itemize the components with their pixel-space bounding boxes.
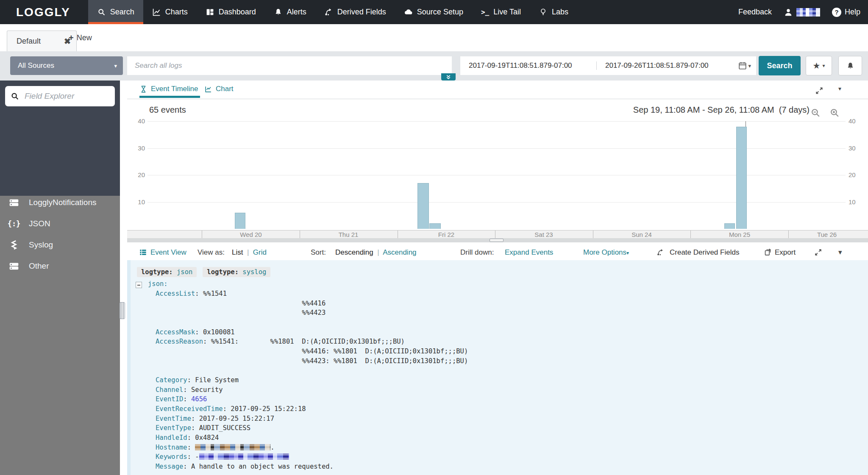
- logtype-tag-json[interactable]: logtype: json: [137, 267, 197, 277]
- view-options: List | Grid: [232, 245, 267, 260]
- search-button[interactable]: Search: [759, 56, 801, 75]
- expand-icon[interactable]: [815, 86, 823, 95]
- nav-item-labs[interactable]: Labs: [530, 0, 577, 24]
- nav-item-search[interactable]: Search: [88, 0, 143, 24]
- option-ascending[interactable]: Ascending: [383, 248, 416, 256]
- nav-item-alerts[interactable]: Alerts: [265, 0, 315, 24]
- source-filter-dropdown[interactable]: All Sources ▾: [10, 56, 123, 75]
- sidebar-item-other[interactable]: Other: [0, 256, 120, 277]
- source-group-icon: [8, 261, 20, 272]
- nav-item-live-tail[interactable]: >_Live Tail: [472, 0, 530, 24]
- field-value: : File System: [187, 376, 239, 384]
- chevron-down-icon[interactable]: ▾: [748, 63, 751, 69]
- tag-key: logtype:: [141, 268, 173, 276]
- x-tick: [300, 231, 300, 238]
- nav-item-derived-fields[interactable]: Derived Fields: [315, 0, 395, 24]
- timeline-horizontal-scrollbar[interactable]: [127, 238, 868, 242]
- source-groups-panel: LogglyNotifications{:}JSONSyslogOther: [0, 81, 120, 196]
- log-line: AccessMask: 0x100081: [156, 328, 468, 337]
- tab-chart[interactable]: Chart: [204, 85, 234, 93]
- syslog-icon: [8, 239, 20, 250]
- field-value: %%4416: [156, 300, 326, 307]
- field-key: Keywords: [156, 453, 187, 461]
- feedback-link[interactable]: Feedback: [738, 8, 772, 17]
- expand-icon[interactable]: [814, 248, 822, 256]
- sort-label: Sort:: [311, 245, 326, 260]
- derived-fields-icon: [657, 248, 665, 256]
- logtype-tag-syslog[interactable]: logtype: syslog: [203, 267, 270, 277]
- field-value: : 0x4824: [187, 434, 219, 442]
- sidebar-item-json[interactable]: {:}JSON: [0, 213, 120, 234]
- field-explorer-box: [5, 86, 115, 106]
- source-setup-icon: [404, 8, 413, 17]
- sidebar-item-syslog[interactable]: Syslog: [0, 234, 120, 256]
- log-line: Message: A handle to an object was reque…: [156, 462, 468, 472]
- chevron-down-icon: ▾: [822, 63, 825, 69]
- field-value: :: [183, 395, 191, 403]
- x-tick: [495, 231, 495, 238]
- create-derived-fields-button[interactable]: Create Derived Fields: [670, 245, 739, 260]
- event-bar: [724, 223, 735, 229]
- export-button[interactable]: Export: [775, 245, 796, 260]
- zoom-in-icon[interactable]: [829, 108, 840, 118]
- sidebar-item-logglynotifications[interactable]: LogglyNotifications: [0, 192, 120, 213]
- tab-default[interactable]: Default ✖: [7, 31, 77, 52]
- search-icon: [10, 92, 19, 101]
- user-menu[interactable]: [784, 8, 820, 17]
- nav-item-dashboard[interactable]: Dashboard: [197, 0, 265, 24]
- date-to-field[interactable]: 2017-09-26T11:08:51.879-07:00: [596, 61, 735, 70]
- x-tick: [202, 231, 202, 238]
- collapse-panel-button[interactable]: [441, 73, 456, 81]
- sidebar-resize-handle[interactable]: [120, 302, 125, 319]
- field-value: : 2017-09-25 15:22:17: [191, 415, 274, 422]
- timeline-chart-plot[interactable]: [147, 121, 846, 229]
- nav-item-charts[interactable]: Charts: [143, 0, 197, 24]
- help-menu[interactable]: ? Help: [832, 8, 860, 17]
- option-list[interactable]: List: [232, 248, 243, 256]
- gridline-40: [147, 121, 846, 122]
- event-view-toolbar: Event View View as: List | Grid Sort: De…: [127, 245, 868, 261]
- field-explorer-input[interactable]: [24, 91, 110, 101]
- event-bar: [429, 223, 441, 229]
- source-filter-value: All Sources: [18, 61, 54, 70]
- log-line: Hostname: .: [156, 443, 468, 453]
- log-line: AccessList: %%1541: [156, 289, 468, 299]
- nav-item-source-setup[interactable]: Source Setup: [395, 0, 472, 24]
- x-tick-label: Fri 22: [419, 231, 474, 238]
- dashboard-icon: [206, 8, 214, 17]
- tab-chart-label: Chart: [216, 85, 234, 93]
- chevron-down-icon[interactable]: ▾: [838, 85, 841, 92]
- chevron-down-icon[interactable]: ▾: [838, 245, 842, 260]
- time-range-label: Sep 19, 11:08 AM - Sep 26, 11:08 AM (7 d…: [633, 105, 810, 115]
- tab-default-label: Default: [17, 37, 41, 46]
- y-tick-label: 40: [131, 117, 145, 125]
- calendar-icon[interactable]: [738, 61, 747, 70]
- search-input[interactable]: [127, 56, 452, 75]
- sidebar-item-label: Syslog: [29, 240, 53, 250]
- json-root-label: json:: [148, 280, 168, 288]
- zoom-out-icon[interactable]: [810, 108, 821, 118]
- field-key: HandleId: [156, 434, 187, 442]
- option-descending[interactable]: Descending: [335, 248, 373, 256]
- collapse-node-icon[interactable]: [136, 282, 142, 288]
- scrollbar-handle[interactable]: [490, 239, 504, 242]
- derived-fields-icon: [324, 8, 333, 17]
- nav-item-label: Derived Fields: [337, 8, 386, 17]
- field-value-link[interactable]: 4656: [191, 395, 207, 403]
- field-value: : %%1541: [195, 290, 227, 297]
- option-grid[interactable]: Grid: [253, 248, 267, 256]
- alerts-bell-button[interactable]: [838, 56, 862, 75]
- search-icon: [97, 8, 106, 17]
- redacted-value: [199, 453, 289, 460]
- date-from-field[interactable]: 2017-09-19T11:08:51.879-07:00: [460, 61, 596, 70]
- saved-searches-button[interactable]: ★ ▾: [806, 56, 832, 75]
- more-options-dropdown[interactable]: More Options▾: [583, 245, 629, 260]
- new-tab-button[interactable]: + New: [69, 24, 92, 51]
- loggly-logo[interactable]: LOGGLY: [0, 0, 88, 24]
- tab-event-timeline[interactable]: Event Timeline: [139, 85, 198, 93]
- expand-events-link[interactable]: Expand Events: [505, 245, 553, 260]
- field-value: .: [270, 444, 274, 451]
- event-bar: [235, 213, 245, 229]
- field-value: : -: [187, 453, 199, 461]
- x-axis-strip: Wed 20Thu 21Fri 22Sat 23Sun 24Mon 25Tue …: [127, 230, 868, 239]
